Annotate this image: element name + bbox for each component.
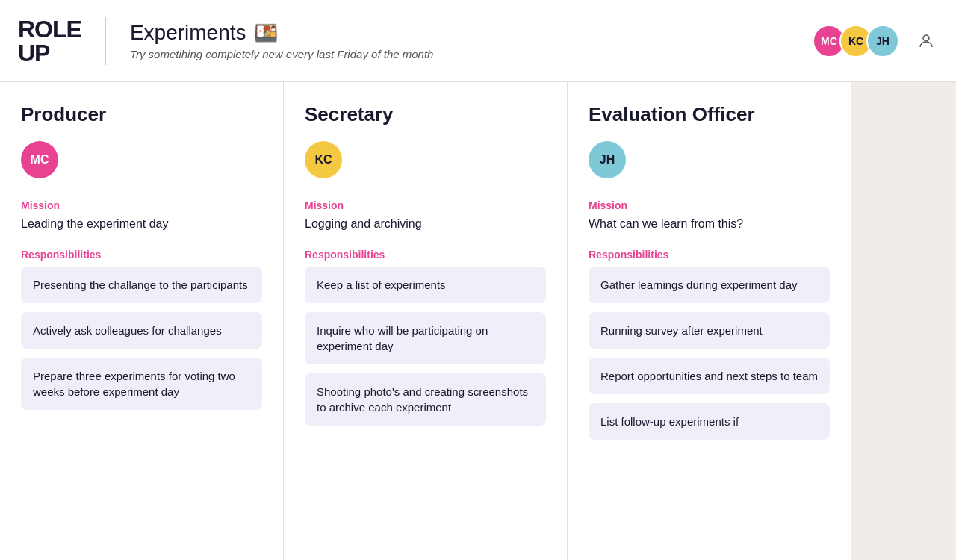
column-secretary: Secretary KC Mission Logging and archivi… [284, 82, 568, 560]
right-panel [851, 82, 956, 560]
column-producer: Producer MC Mission Leading the experime… [0, 82, 284, 560]
evaluation-officer-mission-label: Mission [589, 199, 830, 211]
secretary-mission-text: Logging and archiving [305, 217, 546, 231]
evaluation-officer-title: Evaluation Officer [589, 103, 830, 126]
producer-resp-2: Actively ask colleagues for challanges [21, 312, 262, 349]
evaluation-officer-resp-4: List follow-up experiments if [589, 403, 830, 440]
column-evaluation-officer: Evaluation Officer JH Mission What can w… [568, 82, 851, 560]
evaluation-officer-mission-text: What can we learn from this? [589, 217, 830, 231]
producer-resp-3: Prepare three experiments for voting two… [21, 358, 262, 410]
secretary-title: Secretary [305, 103, 546, 126]
user-icon[interactable] [914, 29, 938, 53]
secretary-resp-3: Shooting photo's and creating screenshot… [305, 373, 546, 426]
avatar-jh[interactable]: JH [866, 25, 899, 57]
secretary-avatar: KC [305, 141, 342, 178]
header-title-section: Experiments 🍱 Try sometihing completely … [130, 21, 434, 60]
producer-mission-label: Mission [21, 199, 262, 211]
logo-role: ROLE [18, 16, 81, 43]
logo-divider [105, 17, 106, 65]
logo-section: ROLE UP Experiments 🍱 Try sometihing com… [18, 17, 433, 65]
evaluation-officer-resp-1: Gather learnings during experiment day [589, 267, 830, 303]
header-right: MC KC JH [813, 25, 938, 57]
secretary-resp-1: Keep a list of experiments [305, 267, 546, 303]
evaluation-officer-resp-3: Report opportunities and next steps to t… [589, 358, 830, 394]
header-title: Experiments 🍱 [130, 21, 434, 45]
svg-point-0 [923, 35, 929, 41]
logo: ROLE UP [18, 17, 81, 65]
secretary-responsibilities-label: Responsibilities [305, 249, 546, 261]
producer-resp-1: Presenting the challange to the particip… [21, 267, 262, 303]
main-content: Producer MC Mission Leading the experime… [0, 82, 956, 560]
avatar-group: MC KC JH [813, 25, 899, 57]
evaluation-officer-responsibilities-label: Responsibilities [589, 249, 830, 261]
evaluation-officer-avatar: JH [589, 141, 626, 178]
producer-responsibilities-label: Responsibilities [21, 249, 262, 261]
header-emoji: 🍱 [254, 22, 278, 45]
logo-up: UP [18, 41, 81, 65]
producer-avatar: MC [21, 141, 58, 178]
producer-title: Producer [21, 103, 262, 126]
secretary-mission-label: Mission [305, 199, 546, 211]
secretary-resp-2: Inquire who will be participating on exp… [305, 312, 546, 364]
header: ROLE UP Experiments 🍱 Try sometihing com… [0, 0, 956, 82]
header-title-text: Experiments [130, 21, 246, 45]
producer-mission-text: Leading the experiment day [21, 217, 262, 231]
header-subtitle: Try sometihing completely new every last… [130, 48, 434, 60]
evaluation-officer-resp-2: Running survey after experiment [589, 312, 830, 349]
logo-text: ROLE UP [18, 17, 81, 65]
